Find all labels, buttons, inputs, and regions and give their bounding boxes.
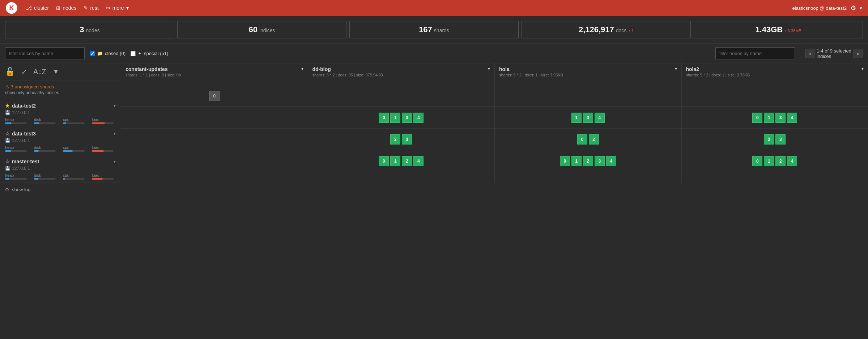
shard-4-hola-t2[interactable]: 4 — [595, 113, 605, 123]
index-dropdown-dd-blog[interactable]: ▾ — [488, 66, 490, 71]
sort-az-icon[interactable]: A↕Z — [33, 68, 46, 76]
shard-cell-constant-master — [121, 150, 308, 172]
index-dropdown-hola2[interactable]: ▾ — [861, 66, 864, 71]
shard-0-hola2-m[interactable]: 0 — [752, 156, 762, 166]
shard-2-hola2-m[interactable]: 2 — [775, 156, 786, 166]
closed-filter[interactable]: 📁 closed (0) — [90, 51, 125, 56]
docs-count: 2,126,917 — [579, 25, 614, 34]
node-name-data-test2: data-test2 — [12, 103, 36, 109]
closed-label: closed (0) — [105, 51, 125, 56]
shard-3-hola-t2[interactable]: 3 — [583, 113, 593, 123]
shard-2-hola-m[interactable]: 2 — [583, 156, 593, 166]
shard-cell-ddblog-unassigned — [308, 85, 495, 107]
metric-disk-0: disk — [34, 117, 56, 124]
settings-arrow-icon[interactable]: ▾ — [860, 5, 862, 11]
special-checkbox[interactable] — [131, 51, 136, 56]
prev-page-button[interactable]: « — [805, 49, 814, 58]
nav-nodes[interactable]: ⊞ nodes — [56, 5, 76, 11]
star-data-test3[interactable]: ☆ — [5, 131, 10, 137]
node-metrics-master-test: heap disk cpu load — [5, 173, 116, 180]
main-grid: 🔓 ⤢ A↕Z ▼ ⚠ 3 unassigned shards show onl… — [0, 63, 868, 183]
shard-1-hola2-t2[interactable]: 1 — [764, 113, 774, 123]
docs-label: docs — [616, 28, 627, 33]
nav-rest[interactable]: ✎ rest — [84, 5, 98, 11]
stat-shards: 167 shards — [349, 21, 519, 38]
shard-0-constant[interactable]: 0 — [209, 91, 220, 101]
shard-0-ddblog-m[interactable]: 0 — [379, 156, 389, 166]
chevron-down-icon: ▾ — [126, 5, 129, 11]
shard-4-hola2-m[interactable]: 4 — [787, 156, 797, 166]
shard-3-hola-m[interactable]: 3 — [595, 156, 605, 166]
shard-2-hola2-t3[interactable]: 2 — [764, 134, 774, 145]
shard-cell-ddblog-master: 0 1 2 4 — [308, 150, 495, 172]
shard-3-hola2-t3[interactable]: 3 — [775, 134, 786, 145]
show-log-icon: ⊙ — [5, 187, 9, 192]
shard-2-ddblog-t3[interactable]: 2 — [390, 134, 400, 145]
star-data-test2[interactable]: ★ — [5, 103, 10, 109]
shard-4-hola2-t2[interactable]: 4 — [787, 113, 797, 123]
shard-2-hola-t3[interactable]: 2 — [589, 134, 599, 145]
warning-text: ⚠ 3 unassigned shards — [5, 84, 54, 89]
star-master-test[interactable]: ☆ — [5, 159, 10, 164]
shard-4-hola-m[interactable]: 4 — [606, 156, 616, 166]
shard-2-ddblog-m[interactable]: 2 — [402, 156, 412, 166]
shard-1-hola2-m[interactable]: 1 — [764, 156, 774, 166]
shard-1-hola-m[interactable]: 1 — [571, 156, 582, 166]
shard-cell-hola-test3: 0 2 — [495, 129, 681, 150]
next-page-button[interactable]: » — [854, 49, 863, 58]
shard-1-ddblog-t2[interactable]: 1 — [390, 113, 400, 123]
shard-4-ddblog-m[interactable]: 4 — [413, 156, 424, 166]
shard-3-hola2-t2[interactable]: 3 — [775, 113, 786, 123]
show-unhealthy-link[interactable]: show only unhealthy indices — [5, 90, 116, 95]
user-label: elasticsnoop @ data-test2 — [792, 5, 847, 11]
node-menu-data-test2[interactable]: ▾ — [114, 103, 116, 108]
node-menu-master-test[interactable]: ▾ — [114, 159, 116, 164]
index-header-hola2: hola2 shards: 5 * 2 | docs: 1 | size: 3.… — [682, 63, 868, 85]
lock-icon[interactable]: 🔓 — [5, 67, 15, 76]
shards-count: 167 — [419, 25, 432, 34]
metric-heap-2: heap — [5, 173, 27, 180]
nav-more[interactable]: ✂ more ▾ — [106, 5, 129, 11]
topbar-left: K ⎇ cluster ⊞ nodes ✎ rest ✂ more ▾ — [6, 2, 129, 14]
filter-down-icon[interactable]: ▼ — [53, 68, 59, 76]
shard-3-ddblog-t3[interactable]: 3 — [402, 134, 412, 145]
cluster-icon: ⎇ — [26, 5, 32, 11]
shard-1-ddblog-m[interactable]: 1 — [390, 156, 400, 166]
expand-icon[interactable]: ⤢ — [21, 68, 27, 76]
index-dropdown-hola[interactable]: ▾ — [675, 66, 677, 71]
index-col-dd-blog: dd-blog shards: 5 * 2 | docs: 85 | size:… — [308, 63, 495, 183]
index-dropdown-constant-updates[interactable]: ▾ — [301, 66, 303, 71]
special-filter[interactable]: ✦ special (51) — [131, 51, 168, 56]
nav-cluster[interactable]: ⎇ cluster — [26, 5, 49, 11]
shard-0-ddblog-t2[interactable]: 0 — [379, 113, 389, 123]
shard-1-hola-t2[interactable]: 1 — [571, 113, 582, 123]
metric-cpu-0: cpu — [63, 117, 85, 124]
settings-icon[interactable]: ⚙ — [850, 4, 856, 12]
metric-disk-2: disk — [34, 173, 56, 180]
shard-cell-hola2-test3: 2 3 — [682, 129, 868, 150]
index-name-hola2: hola2 — [686, 66, 750, 72]
footer[interactable]: ⊙ show log — [0, 183, 868, 196]
closed-checkbox[interactable] — [90, 51, 95, 56]
logo[interactable]: K — [6, 2, 17, 14]
filter-nodes-input[interactable] — [715, 47, 795, 59]
shard-3-ddblog-t2[interactable]: 3 — [402, 113, 412, 123]
shard-cell-hola-unassigned — [495, 85, 681, 107]
index-name-constant-updates: constant-updates — [125, 66, 181, 72]
docs-delta: ↑ 1 — [628, 29, 634, 33]
shard-0-hola2-t2[interactable]: 0 — [752, 113, 762, 123]
shard-4-ddblog-t2[interactable]: 4 — [413, 113, 424, 123]
filter-row: 📁 closed (0) ✦ special (51) « 1-4 of 9 s… — [0, 44, 868, 63]
node-row-data-test2: ★ data-test2 ▾ 💾 127.0.0.1 heap disk — [0, 99, 121, 127]
index-columns: constant-updates shards: 1 * 1 | docs: 0… — [121, 63, 868, 183]
index-meta-constant-updates: shards: 1 * 1 | docs: 0 | size: 0b — [125, 73, 181, 77]
filter-indices-input[interactable] — [5, 47, 85, 59]
shard-cell-constant-test2 — [121, 107, 308, 129]
shard-cell-hola2-unassigned — [682, 85, 868, 107]
metric-heap-1: heap — [5, 145, 27, 152]
shard-cell-ddblog-test3: 2 3 — [308, 129, 495, 150]
node-menu-data-test3[interactable]: ▾ — [114, 131, 116, 136]
shard-0-hola-m[interactable]: 0 — [560, 156, 570, 166]
shard-0-hola-t3[interactable]: 0 — [577, 134, 587, 145]
size-value: 1.43GB — [755, 25, 783, 34]
